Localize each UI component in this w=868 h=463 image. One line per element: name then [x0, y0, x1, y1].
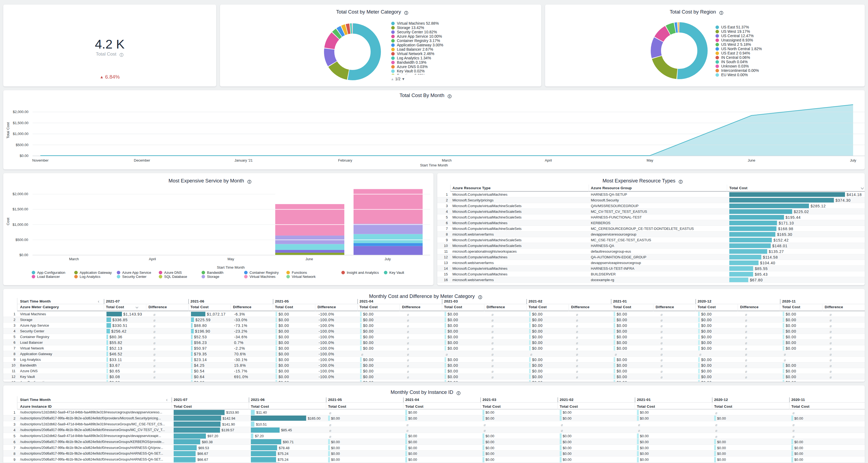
svg-text:Total Cost: Total Cost — [6, 122, 10, 139]
svg-text:Cost: Cost — [6, 218, 10, 225]
